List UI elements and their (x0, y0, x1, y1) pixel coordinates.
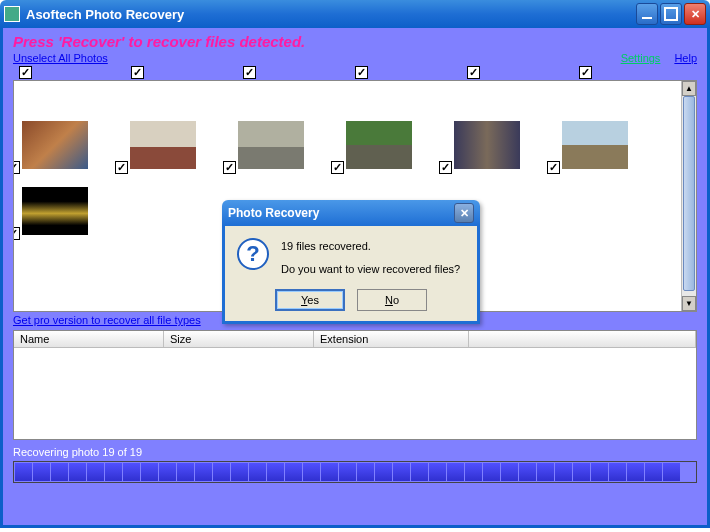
progress-segment (555, 463, 572, 481)
dialog-line2: Do you want to view recovered files? (281, 261, 460, 278)
progress-segment (645, 463, 662, 481)
thumbnail-image[interactable] (562, 121, 628, 169)
progress-segment (87, 463, 104, 481)
progress-segment (483, 463, 500, 481)
thumbnail-checkbox[interactable] (13, 227, 20, 240)
progress-segment (15, 463, 32, 481)
question-icon: ? (237, 238, 269, 270)
scroll-thumb[interactable] (683, 96, 695, 291)
progress-segment (519, 463, 536, 481)
titlebar: Asoftech Photo Recovery (0, 0, 710, 28)
thumbnail-image[interactable] (22, 187, 88, 235)
close-button[interactable] (684, 3, 706, 25)
progress-segment (429, 463, 446, 481)
links-row: Unselect All Photos Settings Help (13, 52, 697, 64)
progress-segment (375, 463, 392, 481)
progress-segment (501, 463, 518, 481)
progress-segment (393, 463, 410, 481)
progress-segment (123, 463, 140, 481)
progress-segment (69, 463, 86, 481)
status-text: Recovering photo 19 of 19 (13, 446, 697, 458)
help-link[interactable]: Help (674, 52, 697, 64)
yes-button[interactable]: Yes (275, 289, 345, 311)
thumbnail-checkbox[interactable] (115, 161, 128, 174)
column-name[interactable]: Name (14, 331, 164, 347)
thumbnail-checkbox[interactable] (579, 66, 592, 79)
thumbnail-item[interactable] (454, 121, 520, 169)
progress-segment (591, 463, 608, 481)
minimize-button[interactable] (636, 3, 658, 25)
thumbnail-item[interactable] (22, 121, 88, 169)
scroll-down-button[interactable]: ▼ (682, 296, 696, 311)
progress-segment (321, 463, 338, 481)
thumbnail-item[interactable] (346, 121, 412, 169)
progress-segment (285, 463, 302, 481)
thumbnail-checkbox[interactable] (355, 66, 368, 79)
progress-segment (339, 463, 356, 481)
dialog-message: 19 files recovered. Do you want to view … (281, 238, 460, 277)
thumbnail-item[interactable] (130, 121, 196, 169)
dialog-body: ? 19 files recovered. Do you want to vie… (222, 226, 480, 324)
progress-bar (13, 461, 697, 483)
progress-segment (537, 463, 554, 481)
thumbnail-image[interactable] (346, 121, 412, 169)
progress-segment (51, 463, 68, 481)
progress-segment (141, 463, 158, 481)
thumbnail-checkbox[interactable] (243, 66, 256, 79)
top-checkbox-row (13, 66, 697, 79)
no-button[interactable]: No (357, 289, 427, 311)
thumbnail-image[interactable] (238, 121, 304, 169)
progress-segment (159, 463, 176, 481)
progress-segment (609, 463, 626, 481)
thumbnail-item[interactable] (238, 121, 304, 169)
progress-segment (177, 463, 194, 481)
thumbnail-checkbox[interactable] (223, 161, 236, 174)
file-table: Name Size Extension (13, 330, 697, 440)
thumbnail-image[interactable] (130, 121, 196, 169)
app-icon (4, 6, 20, 22)
progress-segment (249, 463, 266, 481)
thumbnails-scrollbar[interactable]: ▲ ▼ (681, 81, 696, 311)
progress-segment (663, 463, 680, 481)
thumbnail-checkbox[interactable] (467, 66, 480, 79)
settings-link[interactable]: Settings (621, 52, 661, 64)
maximize-button[interactable] (660, 3, 682, 25)
thumbnail-image[interactable] (22, 121, 88, 169)
thumbnail-checkbox[interactable] (439, 161, 452, 174)
progress-segment (447, 463, 464, 481)
progress-segment (573, 463, 590, 481)
table-header: Name Size Extension (14, 331, 696, 348)
dialog-line1: 19 files recovered. (281, 238, 460, 255)
thumbnail-item[interactable] (22, 187, 88, 235)
app-title: Asoftech Photo Recovery (26, 7, 184, 22)
thumbnail-checkbox[interactable] (547, 161, 560, 174)
thumbnail-checkbox[interactable] (13, 161, 20, 174)
progress-segment (627, 463, 644, 481)
progress-segment (411, 463, 428, 481)
thumbnail-item[interactable] (562, 121, 628, 169)
progress-segment (195, 463, 212, 481)
progress-segment (357, 463, 374, 481)
thumbnail-checkbox[interactable] (19, 66, 32, 79)
scroll-up-button[interactable]: ▲ (682, 81, 696, 96)
column-size[interactable]: Size (164, 331, 314, 347)
progress-segment (105, 463, 122, 481)
progress-segment (213, 463, 230, 481)
recovery-dialog: Photo Recovery ✕ ? 19 files recovered. D… (222, 200, 480, 324)
progress-segment (231, 463, 248, 481)
thumbnail-checkbox[interactable] (131, 66, 144, 79)
progress-segment (465, 463, 482, 481)
thumbnail-checkbox[interactable] (331, 161, 344, 174)
instruction-text: Press 'Recover' to recover files detecte… (13, 33, 697, 50)
column-blank[interactable] (469, 331, 696, 347)
progress-segment (303, 463, 320, 481)
column-extension[interactable]: Extension (314, 331, 469, 347)
dialog-title-text: Photo Recovery (228, 206, 319, 220)
thumbnail-image[interactable] (454, 121, 520, 169)
unselect-all-link[interactable]: Unselect All Photos (13, 52, 108, 64)
dialog-close-button[interactable]: ✕ (454, 203, 474, 223)
dialog-titlebar: Photo Recovery ✕ (222, 200, 480, 226)
progress-segment (267, 463, 284, 481)
progress-segment (33, 463, 50, 481)
